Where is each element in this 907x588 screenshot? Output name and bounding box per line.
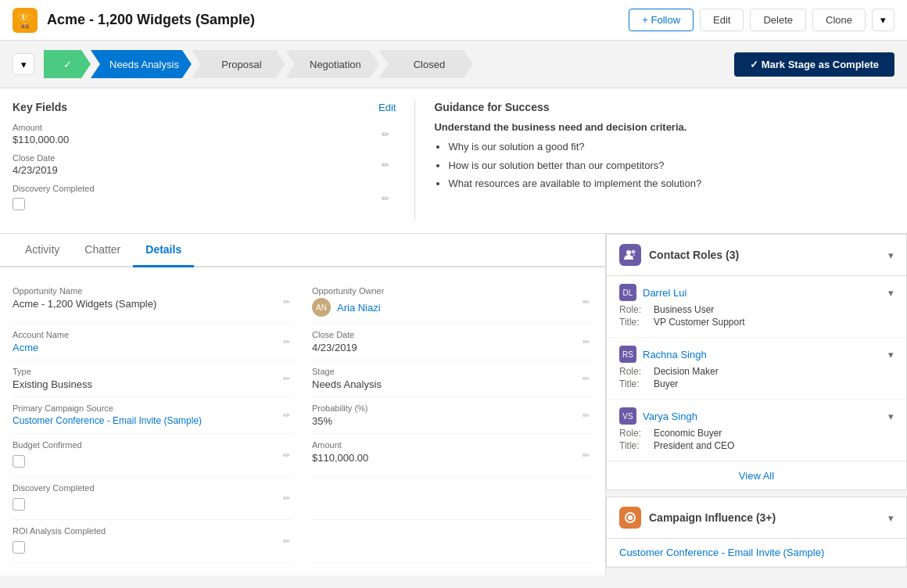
close-date-field: Close Date 4/23/2019 ✏ [13, 153, 396, 176]
mark-complete-button[interactable]: ✓ Mark Stage as Complete [734, 52, 894, 77]
right-sidebar: Contact Roles (3) ▾ DL Darrel Lui ▾ Role… [606, 234, 907, 575]
amount-detail-edit-icon[interactable]: ✏ [583, 450, 590, 461]
stage-step-completed[interactable]: ✓ [44, 50, 91, 78]
detail-field-probability: Probability (%) 35% ✏ [312, 397, 593, 434]
contact-item-darrel: DL Darrel Lui ▾ Role: Business User Titl… [607, 276, 906, 338]
amount-edit-icon[interactable]: ✏ [382, 129, 389, 140]
discovery-checkbox[interactable] [13, 198, 25, 210]
owner-name[interactable]: Aria Niazi [337, 302, 381, 314]
view-all-contacts-link[interactable]: View All [607, 461, 906, 489]
guidance-intro: Understand the business need and decisio… [434, 121, 894, 133]
stage-step-closed[interactable]: Closed [379, 50, 473, 78]
contact-varya-role: Role: Economic Buyer [619, 428, 894, 439]
contact-darrel-chevron[interactable]: ▾ [888, 287, 894, 299]
tab-activity[interactable]: Activity [13, 234, 72, 267]
detail-field-account-name: Account Name Acme ✏ [13, 324, 293, 360]
contact-varya-header: VS Varya Singh ▾ [619, 407, 894, 425]
detail-field-opportunity-name: Opportunity Name Acme - 1,200 Widgets (S… [13, 280, 293, 324]
contact-roles-title: Contact Roles (3) [649, 249, 880, 261]
contact-darrel-title: Title: VP Customer Support [619, 317, 894, 328]
type-edit-icon[interactable]: ✏ [283, 374, 290, 384]
contact-varya-title: Title: President and CEO [619, 440, 894, 451]
contact-darrel-avatar: DL [619, 284, 636, 301]
close-date-detail-edit-icon[interactable]: ✏ [583, 337, 590, 347]
contact-darrel-name[interactable]: Darrel Lui [643, 287, 687, 299]
probability-edit-icon[interactable]: ✏ [583, 411, 590, 421]
tab-details[interactable]: Details [133, 234, 194, 267]
contact-roles-icon [619, 244, 641, 266]
discovery-edit-icon[interactable]: ✏ [382, 193, 389, 204]
page-header: 🏆 Acme - 1,200 Widgets (Sample) + Follow… [0, 0, 907, 41]
section-divider [414, 101, 415, 220]
owner-edit-icon[interactable]: ✏ [583, 296, 590, 307]
key-fields-section: Key Fields Edit Amount $110,000.00 ✏ Clo… [13, 101, 396, 220]
budget-edit-icon[interactable]: ✏ [283, 450, 290, 461]
contact-darrel-role: Role: Business User [619, 304, 894, 315]
stage-edit-icon[interactable]: ✏ [583, 374, 590, 384]
detail-field-campaign-source: Primary Campaign Source Customer Confere… [13, 397, 293, 434]
detail-field-stage: Stage Needs Analysis ✏ [312, 360, 593, 397]
campaign-item-link[interactable]: Customer Conference - Email Invite (Samp… [619, 547, 824, 558]
contact-rachna-title: Title: Buyer [619, 378, 894, 389]
amount-field: Amount $110,000.00 ✏ [13, 123, 396, 145]
roi-edit-icon[interactable]: ✏ [283, 536, 290, 547]
detail-field-empty2 [312, 520, 593, 563]
detail-field-type: Type Existing Business ✏ [13, 360, 293, 397]
follow-button[interactable]: + Follow [629, 9, 694, 31]
owner-field: AN Aria Niazi [312, 298, 593, 317]
tabs-bar: Activity Chatter Details [0, 234, 605, 267]
contact-varya-chevron[interactable]: ▾ [888, 411, 894, 422]
key-fields-title: Key Fields [13, 101, 67, 113]
contact-varya-name[interactable]: Varya Singh [643, 411, 697, 422]
detail-field-close-date: Close Date 4/23/2019 ✏ [312, 324, 593, 360]
stage-step-needs-analysis[interactable]: Needs Analysis [91, 50, 192, 78]
campaign-influence-title: Campaign Influence (3+) [649, 511, 880, 524]
guidance-bullet-2: How is our solution better than our comp… [448, 158, 894, 174]
account-name-value[interactable]: Acme [13, 342, 293, 353]
contact-roles-header: Contact Roles (3) ▾ [607, 235, 906, 276]
contact-roles-collapse-button[interactable]: ▾ [888, 249, 894, 261]
details-content: Opportunity Name Acme - 1,200 Widgets (S… [0, 267, 605, 575]
campaign-source-value[interactable]: Customer Conference - Email Invite (Samp… [13, 415, 293, 426]
edit-button[interactable]: Edit [700, 9, 744, 31]
contact-rachna-header: RS Rachna Singh ▾ [619, 346, 894, 363]
contact-roles-card: Contact Roles (3) ▾ DL Darrel Lui ▾ Role… [606, 234, 907, 490]
tab-chatter[interactable]: Chatter [72, 234, 133, 267]
discovery-completed-field: Discovery Completed ✏ [13, 184, 396, 213]
detail-field-discovery: Discovery Completed ✏ [13, 477, 293, 520]
budget-confirmed-checkbox[interactable] [13, 455, 25, 468]
key-fields-edit-link[interactable]: Edit [378, 102, 396, 113]
details-grid: Opportunity Name Acme - 1,200 Widgets (S… [13, 280, 593, 563]
stage-step-negotiation[interactable]: Negotiation [285, 50, 379, 78]
stage-collapse-button[interactable]: ▾ [13, 53, 34, 75]
discovery-detail-checkbox[interactable] [13, 498, 25, 511]
guidance-bullet-3: What resources are available to implemen… [448, 176, 894, 192]
close-date-edit-icon[interactable]: ✏ [382, 160, 389, 170]
contact-rachna-name[interactable]: Rachna Singh [643, 349, 707, 360]
more-actions-button[interactable]: ▾ [872, 9, 894, 31]
detail-field-roi: ROI Analysis Completed ✏ [13, 520, 293, 563]
campaign-influence-collapse-button[interactable]: ▾ [888, 512, 894, 524]
contact-rachna-role: Role: Decision Maker [619, 366, 894, 377]
opp-name-edit-icon[interactable]: ✏ [283, 296, 290, 307]
stage-step-proposal[interactable]: Proposal [192, 50, 285, 78]
delete-button[interactable]: Delete [750, 9, 806, 31]
account-edit-icon[interactable]: ✏ [283, 337, 290, 347]
contact-rachna-chevron[interactable]: ▾ [888, 349, 894, 360]
campaign-source-edit-icon[interactable]: ✏ [283, 411, 290, 421]
clone-button[interactable]: Clone [812, 9, 866, 31]
discovery-detail-edit-icon[interactable]: ✏ [283, 493, 290, 504]
roi-checkbox[interactable] [13, 541, 25, 554]
detail-field-empty [312, 477, 593, 520]
guidance-list: Why is our solution a good fit? How is o… [434, 139, 894, 192]
owner-avatar: AN [312, 298, 331, 317]
lower-section: Activity Chatter Details Opportunity Nam… [0, 234, 907, 575]
detail-field-budget-confirmed: Budget Confirmed ✏ [13, 434, 293, 477]
top-section: Key Fields Edit Amount $110,000.00 ✏ Clo… [0, 88, 907, 234]
key-fields-header: Key Fields Edit [13, 101, 396, 113]
guidance-title: Guidance for Success [434, 101, 894, 113]
stage-bar: ▾ ✓ Needs Analysis Proposal Negotiation … [0, 41, 907, 88]
detail-field-amount: Amount $110,000.00 ✏ [312, 434, 593, 477]
header-actions: + Follow Edit Delete Clone ▾ [629, 9, 894, 31]
detail-field-opportunity-owner: Opportunity Owner AN Aria Niazi ✏ [312, 280, 593, 324]
